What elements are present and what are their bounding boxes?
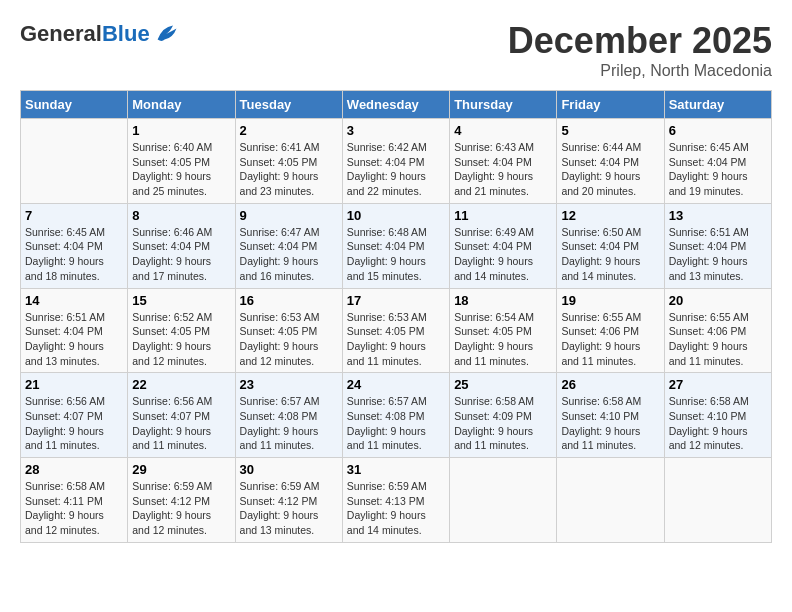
calendar-cell: 3Sunrise: 6:42 AM Sunset: 4:04 PM Daylig… <box>342 119 449 204</box>
calendar-cell: 21Sunrise: 6:56 AM Sunset: 4:07 PM Dayli… <box>21 373 128 458</box>
day-number: 7 <box>25 208 123 223</box>
logo-blue-text: Blue <box>102 21 150 46</box>
month-title: December 2025 <box>508 20 772 62</box>
day-number: 9 <box>240 208 338 223</box>
calendar-cell: 26Sunrise: 6:58 AM Sunset: 4:10 PM Dayli… <box>557 373 664 458</box>
day-info: Sunrise: 6:50 AM Sunset: 4:04 PM Dayligh… <box>561 225 659 284</box>
day-info: Sunrise: 6:58 AM Sunset: 4:10 PM Dayligh… <box>669 394 767 453</box>
day-number: 27 <box>669 377 767 392</box>
day-header-sunday: Sunday <box>21 91 128 119</box>
calendar-cell: 4Sunrise: 6:43 AM Sunset: 4:04 PM Daylig… <box>450 119 557 204</box>
day-info: Sunrise: 6:53 AM Sunset: 4:05 PM Dayligh… <box>347 310 445 369</box>
day-number: 23 <box>240 377 338 392</box>
day-info: Sunrise: 6:47 AM Sunset: 4:04 PM Dayligh… <box>240 225 338 284</box>
day-info: Sunrise: 6:42 AM Sunset: 4:04 PM Dayligh… <box>347 140 445 199</box>
calendar-cell: 7Sunrise: 6:45 AM Sunset: 4:04 PM Daylig… <box>21 203 128 288</box>
calendar-cell <box>21 119 128 204</box>
calendar-week-row: 7Sunrise: 6:45 AM Sunset: 4:04 PM Daylig… <box>21 203 772 288</box>
calendar-cell: 15Sunrise: 6:52 AM Sunset: 4:05 PM Dayli… <box>128 288 235 373</box>
calendar-cell <box>450 458 557 543</box>
day-header-wednesday: Wednesday <box>342 91 449 119</box>
calendar-cell: 14Sunrise: 6:51 AM Sunset: 4:04 PM Dayli… <box>21 288 128 373</box>
day-number: 2 <box>240 123 338 138</box>
day-info: Sunrise: 6:57 AM Sunset: 4:08 PM Dayligh… <box>240 394 338 453</box>
day-number: 3 <box>347 123 445 138</box>
day-info: Sunrise: 6:58 AM Sunset: 4:11 PM Dayligh… <box>25 479 123 538</box>
day-info: Sunrise: 6:48 AM Sunset: 4:04 PM Dayligh… <box>347 225 445 284</box>
day-info: Sunrise: 6:58 AM Sunset: 4:09 PM Dayligh… <box>454 394 552 453</box>
calendar-cell: 27Sunrise: 6:58 AM Sunset: 4:10 PM Dayli… <box>664 373 771 458</box>
calendar-week-row: 14Sunrise: 6:51 AM Sunset: 4:04 PM Dayli… <box>21 288 772 373</box>
calendar-cell: 11Sunrise: 6:49 AM Sunset: 4:04 PM Dayli… <box>450 203 557 288</box>
calendar-table: SundayMondayTuesdayWednesdayThursdayFrid… <box>20 90 772 543</box>
day-info: Sunrise: 6:56 AM Sunset: 4:07 PM Dayligh… <box>25 394 123 453</box>
day-number: 6 <box>669 123 767 138</box>
day-number: 31 <box>347 462 445 477</box>
day-info: Sunrise: 6:51 AM Sunset: 4:04 PM Dayligh… <box>25 310 123 369</box>
calendar-week-row: 28Sunrise: 6:58 AM Sunset: 4:11 PM Dayli… <box>21 458 772 543</box>
calendar-cell: 29Sunrise: 6:59 AM Sunset: 4:12 PM Dayli… <box>128 458 235 543</box>
calendar-cell: 24Sunrise: 6:57 AM Sunset: 4:08 PM Dayli… <box>342 373 449 458</box>
day-number: 25 <box>454 377 552 392</box>
day-info: Sunrise: 6:45 AM Sunset: 4:04 PM Dayligh… <box>669 140 767 199</box>
calendar-cell: 12Sunrise: 6:50 AM Sunset: 4:04 PM Dayli… <box>557 203 664 288</box>
day-info: Sunrise: 6:52 AM Sunset: 4:05 PM Dayligh… <box>132 310 230 369</box>
calendar-cell: 18Sunrise: 6:54 AM Sunset: 4:05 PM Dayli… <box>450 288 557 373</box>
calendar-cell: 9Sunrise: 6:47 AM Sunset: 4:04 PM Daylig… <box>235 203 342 288</box>
day-number: 14 <box>25 293 123 308</box>
calendar-cell: 10Sunrise: 6:48 AM Sunset: 4:04 PM Dayli… <box>342 203 449 288</box>
calendar-cell <box>664 458 771 543</box>
day-info: Sunrise: 6:54 AM Sunset: 4:05 PM Dayligh… <box>454 310 552 369</box>
day-number: 4 <box>454 123 552 138</box>
day-header-friday: Friday <box>557 91 664 119</box>
day-number: 19 <box>561 293 659 308</box>
day-number: 30 <box>240 462 338 477</box>
day-info: Sunrise: 6:46 AM Sunset: 4:04 PM Dayligh… <box>132 225 230 284</box>
logo-bird-icon <box>152 20 180 48</box>
day-number: 11 <box>454 208 552 223</box>
day-info: Sunrise: 6:43 AM Sunset: 4:04 PM Dayligh… <box>454 140 552 199</box>
day-header-saturday: Saturday <box>664 91 771 119</box>
day-info: Sunrise: 6:55 AM Sunset: 4:06 PM Dayligh… <box>561 310 659 369</box>
day-number: 13 <box>669 208 767 223</box>
calendar-cell: 16Sunrise: 6:53 AM Sunset: 4:05 PM Dayli… <box>235 288 342 373</box>
day-number: 10 <box>347 208 445 223</box>
header: GeneralBlue December 2025 Prilep, North … <box>20 20 772 80</box>
calendar-header-row: SundayMondayTuesdayWednesdayThursdayFrid… <box>21 91 772 119</box>
day-header-thursday: Thursday <box>450 91 557 119</box>
day-info: Sunrise: 6:57 AM Sunset: 4:08 PM Dayligh… <box>347 394 445 453</box>
day-number: 26 <box>561 377 659 392</box>
day-number: 1 <box>132 123 230 138</box>
day-info: Sunrise: 6:59 AM Sunset: 4:12 PM Dayligh… <box>132 479 230 538</box>
calendar-cell <box>557 458 664 543</box>
day-number: 29 <box>132 462 230 477</box>
day-info: Sunrise: 6:51 AM Sunset: 4:04 PM Dayligh… <box>669 225 767 284</box>
day-info: Sunrise: 6:56 AM Sunset: 4:07 PM Dayligh… <box>132 394 230 453</box>
day-number: 21 <box>25 377 123 392</box>
title-area: December 2025 Prilep, North Macedonia <box>508 20 772 80</box>
day-info: Sunrise: 6:41 AM Sunset: 4:05 PM Dayligh… <box>240 140 338 199</box>
day-number: 24 <box>347 377 445 392</box>
day-number: 22 <box>132 377 230 392</box>
logo-general-text: General <box>20 21 102 46</box>
calendar-cell: 25Sunrise: 6:58 AM Sunset: 4:09 PM Dayli… <box>450 373 557 458</box>
day-info: Sunrise: 6:55 AM Sunset: 4:06 PM Dayligh… <box>669 310 767 369</box>
day-number: 17 <box>347 293 445 308</box>
day-number: 16 <box>240 293 338 308</box>
day-number: 15 <box>132 293 230 308</box>
calendar-cell: 17Sunrise: 6:53 AM Sunset: 4:05 PM Dayli… <box>342 288 449 373</box>
day-info: Sunrise: 6:59 AM Sunset: 4:12 PM Dayligh… <box>240 479 338 538</box>
day-header-monday: Monday <box>128 91 235 119</box>
day-number: 8 <box>132 208 230 223</box>
day-info: Sunrise: 6:45 AM Sunset: 4:04 PM Dayligh… <box>25 225 123 284</box>
day-number: 20 <box>669 293 767 308</box>
calendar-cell: 6Sunrise: 6:45 AM Sunset: 4:04 PM Daylig… <box>664 119 771 204</box>
calendar-cell: 31Sunrise: 6:59 AM Sunset: 4:13 PM Dayli… <box>342 458 449 543</box>
calendar-week-row: 1Sunrise: 6:40 AM Sunset: 4:05 PM Daylig… <box>21 119 772 204</box>
calendar-week-row: 21Sunrise: 6:56 AM Sunset: 4:07 PM Dayli… <box>21 373 772 458</box>
day-info: Sunrise: 6:40 AM Sunset: 4:05 PM Dayligh… <box>132 140 230 199</box>
calendar-cell: 20Sunrise: 6:55 AM Sunset: 4:06 PM Dayli… <box>664 288 771 373</box>
calendar-cell: 13Sunrise: 6:51 AM Sunset: 4:04 PM Dayli… <box>664 203 771 288</box>
day-info: Sunrise: 6:44 AM Sunset: 4:04 PM Dayligh… <box>561 140 659 199</box>
location: Prilep, North Macedonia <box>508 62 772 80</box>
